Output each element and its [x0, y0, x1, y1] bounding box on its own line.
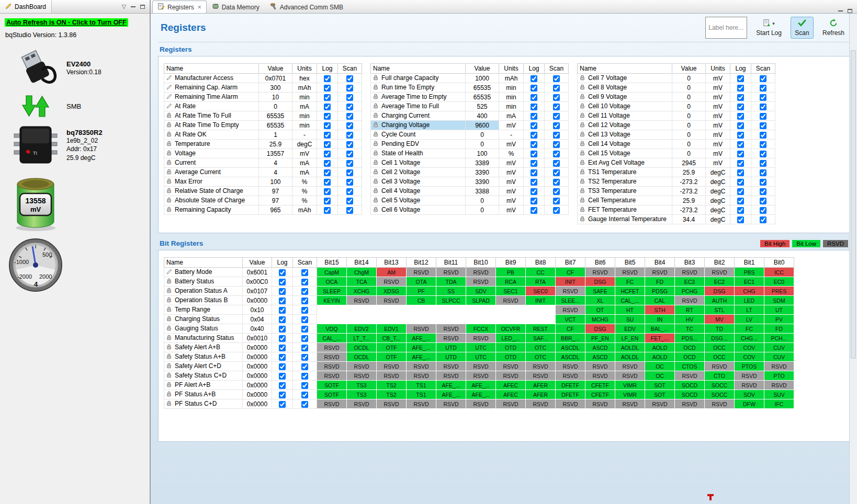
bit-register-row[interactable]: Charging Status0x04VCTMCHGSUINHVMVLVPV — [164, 315, 794, 324]
log-checkbox[interactable] — [324, 151, 331, 157]
log-checkbox[interactable] — [324, 141, 331, 148]
scan-checkbox[interactable] — [760, 104, 766, 110]
log-checkbox[interactable] — [531, 104, 537, 110]
scan-checkbox[interactable] — [760, 113, 766, 120]
log-checkbox[interactable] — [531, 188, 537, 195]
log-checkbox[interactable] — [531, 132, 537, 139]
register-row[interactable]: TS1 Temperature25.9degC — [578, 168, 775, 177]
register-row[interactable]: Cell 4 Voltage3388mV — [371, 187, 569, 196]
register-row[interactable]: Pending EDV0mV — [371, 140, 569, 149]
log-checkbox[interactable] — [279, 382, 286, 389]
scan-checkbox[interactable] — [760, 179, 766, 186]
log-checkbox[interactable] — [324, 169, 331, 176]
maximize-icon[interactable] — [140, 5, 145, 9]
log-checkbox[interactable] — [324, 104, 331, 110]
register-row[interactable]: Ext Avg Cell Voltage2945mV — [578, 158, 775, 168]
log-checkbox[interactable] — [737, 94, 744, 101]
log-checkbox[interactable] — [279, 269, 286, 276]
scan-checkbox[interactable] — [346, 85, 353, 91]
log-checkbox[interactable] — [737, 160, 744, 167]
log-checkbox[interactable] — [531, 75, 537, 82]
vertical-scrollbar[interactable] — [849, 14, 857, 504]
log-checkbox[interactable] — [279, 373, 286, 380]
scan-checkbox[interactable] — [553, 132, 560, 139]
register-row[interactable]: Cell 15 Voltage0mV — [578, 149, 775, 158]
log-checkbox[interactable] — [737, 113, 744, 120]
scrollbar-thumb[interactable] — [851, 50, 856, 359]
scan-checkbox[interactable] — [760, 216, 766, 223]
register-row[interactable]: Max Error100% — [164, 177, 362, 187]
register-row[interactable]: State of Health100% — [371, 149, 569, 158]
log-checkbox[interactable] — [737, 104, 744, 110]
register-row[interactable]: Cell 8 Voltage0mV — [578, 83, 775, 93]
scan-checkbox[interactable] — [346, 207, 353, 214]
log-checkbox[interactable] — [324, 94, 331, 101]
register-row[interactable]: Cell 14 Voltage0mV — [578, 140, 775, 149]
scan-checkbox[interactable] — [553, 207, 560, 214]
log-checkbox[interactable] — [324, 198, 331, 204]
log-checkbox[interactable] — [324, 85, 331, 91]
register-row[interactable]: At Rate Time To Full65535min — [164, 111, 362, 121]
view-menu-icon[interactable]: ▽ — [122, 3, 126, 10]
bit-register-row[interactable]: PF Status A+B0x0000SOTFTS3TS2TS1AFE_...A… — [164, 390, 794, 399]
log-checkbox[interactable] — [737, 169, 744, 176]
log-checkbox[interactable] — [324, 113, 331, 120]
register-row[interactable]: At Rate Time To Empty65535min — [164, 121, 362, 130]
log-checkbox[interactable] — [737, 122, 744, 129]
bit-register-row[interactable]: Gauging Status0x40VDQEDV2EDV1RSVDRSVDFCC… — [164, 324, 794, 334]
start-log-button[interactable]: ▾ Start Log — [752, 17, 786, 39]
scan-toggle-button[interactable]: Scan — [791, 17, 814, 39]
minimize-editor-icon[interactable] — [838, 10, 843, 12]
register-row[interactable]: Manufacturer Access0x0701hex — [164, 74, 362, 83]
log-checkbox[interactable] — [531, 113, 537, 120]
register-row[interactable]: Remaining Capacity965mAh — [164, 205, 362, 215]
scan-checkbox[interactable] — [553, 104, 560, 110]
scan-checkbox[interactable] — [346, 75, 353, 82]
log-checkbox[interactable] — [279, 288, 286, 295]
register-row[interactable]: Cell 9 Voltage0mV — [578, 93, 775, 102]
register-row[interactable]: Current4mA — [164, 158, 362, 168]
scan-checkbox[interactable] — [760, 141, 766, 148]
scan-checkbox[interactable] — [346, 141, 353, 148]
log-checkbox[interactable] — [279, 354, 286, 361]
log-checkbox[interactable] — [737, 188, 744, 195]
register-row[interactable]: Cell 13 Voltage0mV — [578, 130, 775, 140]
scan-checkbox[interactable] — [301, 335, 308, 342]
register-row[interactable]: Remaining Cap. Alarm300mAh — [164, 83, 362, 93]
log-checkbox[interactable] — [531, 141, 537, 148]
register-row[interactable]: Full charge Capacity1000mAh — [371, 74, 569, 83]
scan-checkbox[interactable] — [301, 297, 308, 304]
scan-checkbox[interactable] — [760, 169, 766, 176]
scan-checkbox[interactable] — [760, 132, 766, 139]
register-row[interactable]: Temperature25.9degC — [164, 140, 362, 149]
scan-checkbox[interactable] — [301, 307, 308, 314]
log-checkbox[interactable] — [531, 207, 537, 214]
scan-checkbox[interactable] — [301, 269, 308, 276]
scan-checkbox[interactable] — [346, 160, 353, 167]
refresh-button[interactable]: Refresh — [818, 17, 849, 39]
start-log-dropdown-icon[interactable]: ▾ — [772, 21, 775, 26]
log-checkbox[interactable] — [737, 216, 744, 223]
scan-checkbox[interactable] — [553, 113, 560, 120]
log-checkbox[interactable] — [531, 198, 537, 204]
bit-register-row[interactable]: PF Status C+D0x0000RSVDRSVDRSVDRSVDRSVDR… — [164, 399, 794, 409]
log-checkbox[interactable] — [324, 207, 331, 214]
scan-checkbox[interactable] — [346, 188, 353, 195]
bit-register-row[interactable]: Operation Status A0x0107SLEEPXCHGXDSGPFS… — [164, 287, 794, 296]
log-checkbox[interactable] — [324, 188, 331, 195]
scan-checkbox[interactable] — [553, 151, 560, 157]
scan-checkbox[interactable] — [760, 207, 766, 214]
scan-checkbox[interactable] — [760, 160, 766, 167]
log-checkbox[interactable] — [531, 151, 537, 157]
scan-checkbox[interactable] — [760, 122, 766, 129]
register-row[interactable]: Average Time to Empty65535min — [371, 93, 569, 102]
log-checkbox[interactable] — [279, 392, 286, 398]
log-checkbox[interactable] — [279, 335, 286, 342]
log-checkbox[interactable] — [279, 279, 286, 285]
bit-register-row[interactable]: Manufacturing Status0x0010CAL_...LT_T...… — [164, 334, 794, 343]
register-row[interactable]: Cell 11 Voltage0mV — [578, 111, 775, 121]
register-row[interactable]: Cell 2 Voltage3390mV — [371, 168, 569, 177]
scan-checkbox[interactable] — [760, 198, 766, 204]
bit-register-row[interactable]: Battery Status0x00C0OCATCARSVDOTATDARSVD… — [164, 277, 794, 287]
scan-checkbox[interactable] — [346, 198, 353, 204]
